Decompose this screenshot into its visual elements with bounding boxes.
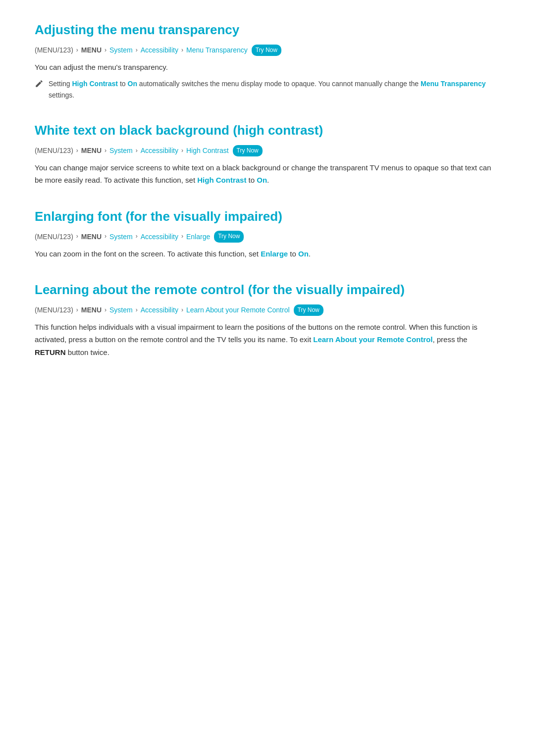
section-title-3: Enlarging font (for the visually impaire…: [35, 206, 500, 227]
breadcrumb-system-3: System: [109, 231, 133, 242]
breadcrumb-3: (MENU/123) › MENU › System › Accessibili…: [35, 231, 500, 242]
section-title-1: Adjusting the menu transparency: [35, 20, 500, 41]
chevron-icon: ›: [136, 305, 138, 315]
note-1: Setting High Contrast to On automaticall…: [35, 78, 500, 101]
breadcrumb-4: (MENU/123) › MENU › System › Accessibili…: [35, 304, 500, 316]
chevron-icon: ›: [181, 232, 183, 241]
breadcrumb-menu123-4: (MENU/123): [35, 304, 73, 315]
section-remote-control: Learning about the remote control (for t…: [35, 280, 500, 358]
breadcrumb-learn-remote: Learn About your Remote Control: [186, 304, 290, 315]
breadcrumb-menu-2: MENU: [81, 145, 102, 156]
try-now-button-1[interactable]: Try Now: [252, 45, 281, 56]
breadcrumb-1: (MENU/123) › MENU › System › Accessibili…: [35, 45, 500, 56]
breadcrumb-menu123-3: (MENU/123): [35, 231, 73, 242]
section-title-4: Learning about the remote control (for t…: [35, 280, 500, 301]
body-text-4: This function helps individuals with a v…: [35, 321, 500, 359]
breadcrumb-2: (MENU/123) › MENU › System › Accessibili…: [35, 145, 500, 156]
breadcrumb-enlarge: Enlarge: [186, 231, 210, 242]
section-body-3: You can zoom in the font on the screen. …: [35, 248, 500, 260]
breadcrumb-system: System: [109, 45, 133, 55]
breadcrumb-system-4: System: [109, 304, 133, 315]
pencil-icon: [35, 79, 44, 92]
chevron-icon: ›: [76, 146, 78, 155]
body-text-2: You can change major service screens to …: [35, 161, 500, 187]
chevron-icon: ›: [76, 305, 78, 315]
try-now-button-3[interactable]: Try Now: [214, 231, 244, 242]
chevron-icon: ›: [181, 305, 183, 315]
highlight-return: RETURN: [35, 348, 66, 356]
highlight-menu-transparency-1: Menu Transparency: [421, 80, 486, 88]
breadcrumb-menu: MENU: [81, 45, 102, 55]
highlight-on-1: On: [128, 80, 137, 88]
section-high-contrast: White text on black background (high con…: [35, 120, 500, 187]
chevron-icon: ›: [136, 232, 138, 241]
section-menu-transparency: Adjusting the menu transparency (MENU/12…: [35, 20, 500, 101]
chevron-icon: ›: [105, 46, 107, 55]
chevron-icon: ›: [76, 232, 78, 241]
highlight-on-3: On: [298, 250, 309, 258]
chevron-icon: ›: [105, 305, 107, 315]
section-body-4: This function helps individuals with a v…: [35, 321, 500, 359]
section-enlarge-font: Enlarging font (for the visually impaire…: [35, 206, 500, 260]
try-now-button-4[interactable]: Try Now: [294, 304, 323, 316]
breadcrumb-menu-4: MENU: [81, 304, 102, 315]
chevron-icon: ›: [136, 146, 138, 155]
section-title-2: White text on black background (high con…: [35, 120, 500, 141]
breadcrumb-accessibility-1: Accessibility: [141, 45, 178, 55]
body-text-1: You can adjust the menu's transparency.: [35, 61, 500, 74]
chevron-icon: ›: [136, 46, 138, 55]
breadcrumb-menu123: (MENU/123): [35, 45, 73, 55]
breadcrumb-accessibility-3: Accessibility: [141, 231, 178, 242]
breadcrumb-accessibility-4: Accessibility: [141, 304, 178, 315]
highlight-learn-remote: Learn About your Remote Control: [313, 335, 432, 344]
breadcrumb-menu-3: MENU: [81, 231, 102, 242]
highlight-on-2: On: [257, 176, 267, 184]
breadcrumb-accessibility-2: Accessibility: [141, 145, 178, 156]
chevron-icon: ›: [105, 232, 107, 241]
breadcrumb-menu-transparency: Menu Transparency: [186, 45, 248, 55]
breadcrumb-menu123-2: (MENU/123): [35, 145, 73, 156]
try-now-button-2[interactable]: Try Now: [233, 145, 263, 156]
breadcrumb-system-2: System: [109, 145, 133, 156]
chevron-icon: ›: [181, 46, 183, 55]
highlight-high-contrast-1: High Contrast: [72, 80, 118, 88]
chevron-icon: ›: [76, 46, 78, 55]
body-text-3: You can zoom in the font on the screen. …: [35, 248, 500, 260]
highlight-enlarge: Enlarge: [261, 250, 288, 258]
note-text-1: Setting High Contrast to On automaticall…: [49, 78, 500, 101]
section-body-2: You can change major service screens to …: [35, 161, 500, 187]
breadcrumb-high-contrast: High Contrast: [186, 145, 229, 156]
chevron-icon: ›: [105, 146, 107, 155]
highlight-high-contrast-2: High Contrast: [197, 176, 246, 184]
section-body-1: You can adjust the menu's transparency. …: [35, 61, 500, 101]
chevron-icon: ›: [181, 146, 183, 155]
